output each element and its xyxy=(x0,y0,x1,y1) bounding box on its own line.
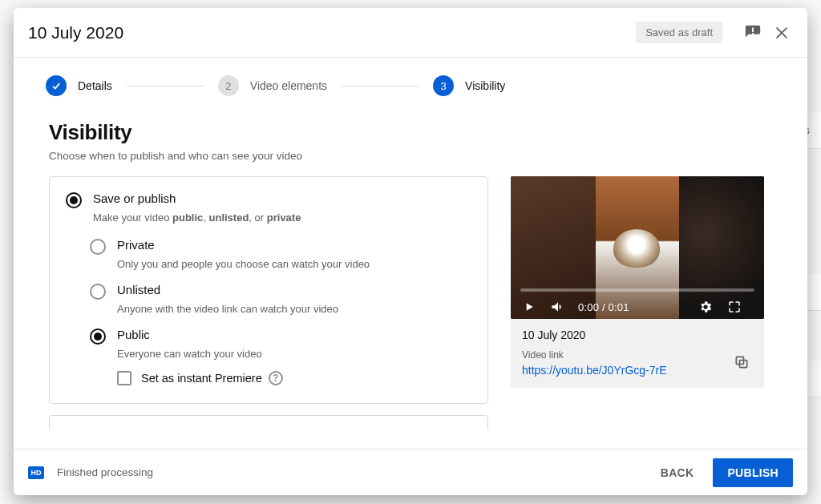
radio-icon[interactable] xyxy=(90,329,106,345)
step-video-elements[interactable]: 2 Video elements xyxy=(218,75,327,96)
player-controls: 0:00 / 0:01 xyxy=(511,295,764,319)
option-description: Everyone can watch your video xyxy=(117,348,471,360)
dialog-header: 10 July 2020 Saved as draft xyxy=(14,8,807,58)
video-link[interactable]: https://youtu.be/J0YrGcg-7rE xyxy=(522,364,753,377)
thumb-subject xyxy=(613,229,660,268)
step-number: 2 xyxy=(218,75,239,96)
option-label: Public xyxy=(117,328,150,341)
radio-icon[interactable] xyxy=(90,284,106,300)
option-unlisted[interactable]: Unlisted xyxy=(90,283,471,300)
dialog-footer: HD Finished processing BACK PUBLISH xyxy=(14,449,807,495)
preview-meta: 10 July 2020 Video link https://youtu.be… xyxy=(511,319,764,388)
check-icon xyxy=(46,75,67,96)
publish-button[interactable]: PUBLISH xyxy=(713,458,793,487)
checkbox-icon[interactable] xyxy=(117,371,131,385)
section-subtitle: Choose when to publish and who can see y… xyxy=(49,150,772,162)
play-icon[interactable] xyxy=(520,298,538,316)
stepper: Details 2 Video elements 3 Visibility xyxy=(14,58,807,103)
section-title: Visibility xyxy=(49,120,772,145)
group-label: Save or publish xyxy=(93,192,176,205)
radio-icon[interactable] xyxy=(90,239,106,255)
hd-badge-icon: HD xyxy=(28,466,44,479)
fullscreen-icon[interactable] xyxy=(726,298,743,316)
send-feedback-icon[interactable] xyxy=(742,22,764,44)
copy-link-icon[interactable] xyxy=(727,348,756,377)
checkbox-label: Set as instant Premiere xyxy=(141,372,262,385)
progress-bar[interactable] xyxy=(520,288,754,292)
option-public[interactable]: Public xyxy=(90,328,471,345)
radio-icon[interactable] xyxy=(66,192,82,208)
step-label: Details xyxy=(78,79,112,92)
option-private[interactable]: Private xyxy=(90,238,471,255)
video-preview-panel: 0:00 / 0:01 10 July 2020 Video link http… xyxy=(511,176,764,429)
step-connector xyxy=(342,86,419,87)
upload-dialog: 10 July 2020 Saved as draft Details 2 Vi… xyxy=(14,8,807,495)
instant-premiere-row[interactable]: Set as instant Premiere ? xyxy=(117,371,471,385)
group-save-or-publish[interactable]: Save or publish xyxy=(66,192,471,208)
option-description: Only you and people you choose can watch… xyxy=(117,258,471,270)
save-or-publish-card: Save or publish Make your video public, … xyxy=(49,176,488,404)
step-number: 3 xyxy=(433,75,454,96)
group-description: Make your video public, unlisted, or pri… xyxy=(93,212,471,224)
option-label: Unlisted xyxy=(117,283,160,296)
option-description: Anyone with the video link can watch you… xyxy=(117,303,471,315)
dialog-title: 10 July 2020 xyxy=(28,23,636,42)
step-label: Video elements xyxy=(250,79,327,92)
video-link-label: Video link xyxy=(522,349,753,361)
settings-icon[interactable] xyxy=(697,298,714,316)
preview-title: 10 July 2020 xyxy=(522,329,753,341)
processing-status: Finished processing xyxy=(57,466,649,478)
help-icon[interactable]: ? xyxy=(269,371,283,385)
option-label: Private xyxy=(117,238,155,252)
dialog-body: Visibility Choose when to publish and wh… xyxy=(14,103,807,449)
video-player[interactable]: 0:00 / 0:01 xyxy=(511,176,764,319)
close-icon[interactable] xyxy=(770,22,793,44)
schedule-card-peek[interactable] xyxy=(49,415,488,429)
step-connector xyxy=(127,86,204,87)
back-button[interactable]: BACK xyxy=(649,459,706,486)
step-visibility[interactable]: 3 Visibility xyxy=(433,75,505,96)
player-time: 0:00 / 0:01 xyxy=(578,301,629,313)
volume-icon[interactable] xyxy=(549,298,567,316)
saved-as-draft-chip: Saved as draft xyxy=(636,22,722,43)
step-details[interactable]: Details xyxy=(46,75,112,96)
step-label: Visibility xyxy=(465,79,505,92)
